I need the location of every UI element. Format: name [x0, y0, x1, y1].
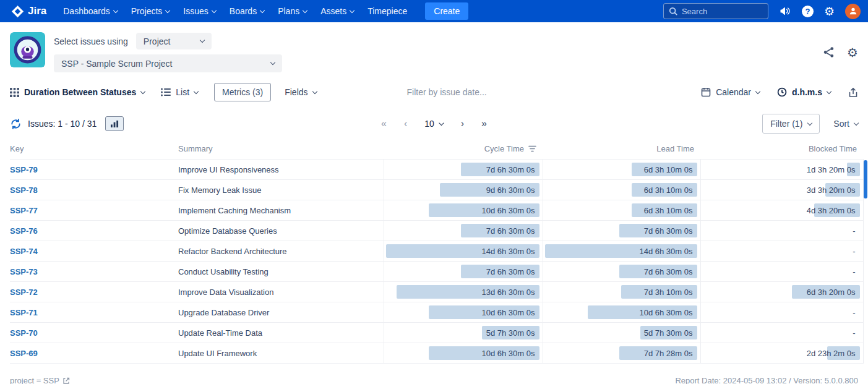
issue-summary: Upgrade Database Driver	[178, 308, 269, 317]
issue-summary: Improve UI Responsiveness	[178, 165, 279, 174]
cycle-cell: 10d 6h 30m 0s	[384, 200, 543, 220]
chevron-down-icon	[200, 38, 205, 43]
table-header-row: Key Summary Cycle Time Lead Time Blocked…	[10, 142, 863, 160]
nav-timepiece[interactable]: Timepiece	[361, 6, 414, 16]
col-key: Key	[10, 142, 178, 160]
create-button[interactable]: Create	[425, 2, 468, 20]
global-search[interactable]	[663, 3, 768, 19]
prev-page-button[interactable]: ‹	[404, 119, 407, 129]
issue-key-link[interactable]: SSP-78	[10, 186, 38, 195]
header-actions: ⚙	[823, 46, 858, 59]
table-row: SSP-69 Update UI Framework 10d 6h 30m 0s…	[10, 343, 863, 364]
cycle-cell: 5d 7h 30m 0s	[384, 323, 543, 343]
first-page-button[interactable]: «	[381, 119, 387, 129]
nav-assets[interactable]: Assets	[314, 6, 361, 16]
nav-plans[interactable]: Plans	[271, 6, 314, 16]
calendar-select[interactable]: Calendar	[701, 87, 760, 97]
issue-source-select[interactable]: Project	[136, 33, 212, 49]
col-summary: Summary	[178, 142, 384, 160]
last-page-button[interactable]: »	[481, 119, 487, 129]
lead-cell: 5d 7h 30m 0s	[543, 323, 700, 343]
issue-key-link[interactable]: SSP-79	[10, 165, 38, 174]
settings-gear-icon[interactable]: ⚙	[824, 6, 835, 17]
cycle-time-filter-icon[interactable]	[528, 145, 536, 152]
issue-table-body: SSP-79 Improve UI Responsiveness 7d 6h 3…	[10, 160, 863, 364]
user-avatar[interactable]	[845, 4, 861, 19]
refresh-icon[interactable]	[10, 118, 22, 130]
table-row: SSP-71 Upgrade Database Driver 10d 6h 30…	[10, 302, 863, 323]
table-row: SSP-72 Improve Data Visualization 13d 6h…	[10, 282, 863, 302]
table-row: SSP-76 Optimize Database Queries 7d 6h 3…	[10, 221, 863, 241]
blocked-cell: -	[701, 302, 863, 322]
issue-key-link[interactable]: SSP-76	[10, 226, 38, 236]
chevron-down-icon	[194, 88, 199, 93]
blocked-cell: -	[701, 221, 863, 241]
report-type-select[interactable]: Duration Between Statuses	[10, 87, 145, 97]
clock-icon	[777, 87, 787, 97]
table-row: SSP-77 Implement Caching Mechanism 10d 6…	[10, 200, 863, 221]
search-input[interactable]	[682, 7, 762, 16]
lead-cell: 6d 3h 10m 0s	[543, 200, 700, 220]
top-navbar: Jira Dashboards Projects Issues Boards P…	[0, 0, 868, 22]
issue-key-link[interactable]: SSP-71	[10, 308, 38, 317]
external-link-icon[interactable]	[62, 377, 70, 384]
lead-cell: 10d 6h 30m 0s	[543, 302, 700, 322]
chart-view-button[interactable]	[105, 116, 124, 131]
metrics-button[interactable]: Metrics (3)	[214, 83, 271, 101]
time-format-select[interactable]: d.h.m.s	[777, 87, 831, 97]
active-filter-label: project = SSP	[10, 376, 59, 384]
issue-summary: Conduct Usability Testing	[178, 267, 269, 276]
export-icon[interactable]	[848, 87, 858, 98]
blocked-cell: 2d 23h 2m 0s	[701, 343, 863, 363]
blocked-cell: 1d 3h 20m 0s	[701, 160, 863, 179]
list-icon	[161, 88, 171, 96]
table-row: SSP-79 Improve UI Responsiveness 7d 6h 3…	[10, 160, 863, 180]
share-icon[interactable]	[823, 46, 835, 58]
nav-issues[interactable]: Issues	[176, 6, 222, 16]
view-mode-select[interactable]: List	[161, 87, 198, 97]
scrollbar-thumb[interactable]	[864, 160, 867, 198]
issue-key-link[interactable]: SSP-72	[10, 288, 38, 297]
nav-projects[interactable]: Projects	[124, 6, 177, 16]
issue-summary: Implement Caching Mechanism	[178, 206, 291, 215]
table-row: SSP-78 Fix Memory Leak Issue 9d 6h 30m 0…	[10, 180, 863, 200]
report-info-label: Report Date: 2024-05-09 13:02 / Version:…	[675, 376, 858, 384]
col-cycle-time: Cycle Time	[384, 142, 543, 160]
fields-select[interactable]: Fields	[285, 87, 316, 97]
cycle-cell: 10d 6h 30m 0s	[384, 343, 543, 363]
issue-key-link[interactable]: SSP-73	[10, 267, 38, 276]
blocked-cell: -	[701, 323, 863, 343]
issue-key-link[interactable]: SSP-69	[10, 349, 38, 358]
jira-mark-icon	[11, 5, 24, 18]
chevron-down-icon	[350, 7, 355, 12]
issue-summary: Improve Data Visualization	[178, 288, 273, 297]
chevron-down-icon	[303, 7, 307, 12]
issue-key-link[interactable]: SSP-74	[10, 247, 38, 256]
table-row: SSP-73 Conduct Usability Testing 7d 6h 3…	[10, 262, 863, 282]
report-settings-gear-icon[interactable]: ⚙	[847, 46, 858, 59]
announcements-icon[interactable]	[779, 5, 791, 17]
issues-count-label: Issues: 1 - 10 / 31	[28, 119, 97, 129]
pager-right: Filter (1) Sort	[762, 114, 858, 134]
col-lead-time: Lead Time	[543, 142, 700, 160]
issues-table: Key Summary Cycle Time Lead Time Blocked…	[10, 142, 864, 364]
lead-cell: 7d 3h 10m 0s	[543, 282, 700, 302]
nav-boards[interactable]: Boards	[223, 6, 271, 16]
project-select[interactable]: SSP - Sample Scrum Project	[54, 54, 282, 72]
help-icon[interactable]: ?	[802, 6, 814, 17]
chevron-down-icon	[807, 120, 812, 125]
issue-key-link[interactable]: SSP-70	[10, 328, 38, 338]
jira-logo[interactable]: Jira	[11, 5, 46, 18]
filter-button[interactable]: Filter (1)	[762, 114, 820, 134]
nav-dashboards[interactable]: Dashboards	[56, 6, 124, 16]
cycle-cell: 7d 6h 30m 0s	[384, 221, 543, 241]
blocked-cell: 4d 3h 20m 0s	[701, 200, 863, 220]
chevron-down-icon	[212, 7, 217, 12]
sort-select[interactable]: Sort	[833, 119, 858, 129]
timepiece-app-logo	[10, 32, 45, 67]
search-icon	[669, 7, 677, 15]
next-page-button[interactable]: ›	[461, 119, 464, 129]
issue-date-filter-input[interactable]: Filter by issue date...	[407, 87, 487, 97]
issue-key-link[interactable]: SSP-77	[10, 206, 38, 215]
page-size-select[interactable]: 10	[424, 119, 444, 129]
